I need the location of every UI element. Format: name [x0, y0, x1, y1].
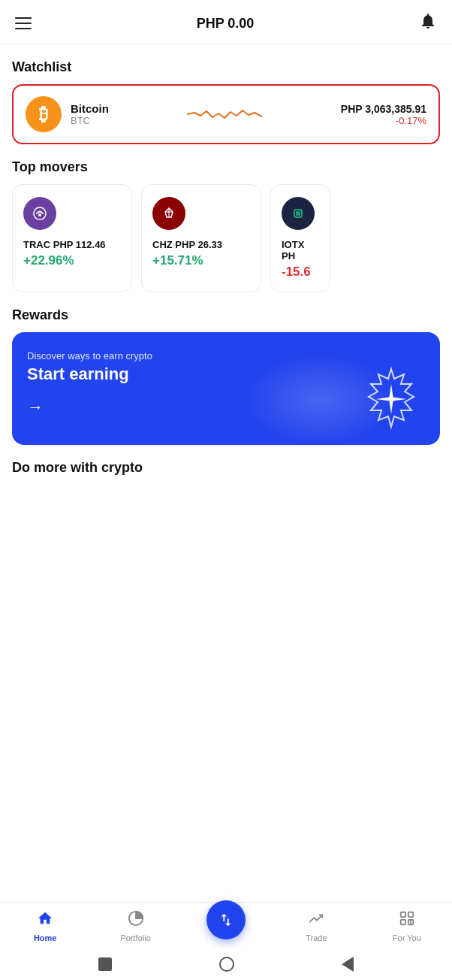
menu-button[interactable] — [15, 17, 32, 29]
foryou-icon — [399, 910, 415, 931]
trac-logo — [23, 197, 56, 230]
chz-logo — [152, 197, 185, 230]
nav-label-trade: Trade — [306, 933, 327, 942]
trac-change: +22.96% — [23, 253, 121, 268]
nav-item-home[interactable]: Home — [0, 910, 90, 942]
svg-rect-8 — [296, 211, 300, 216]
iotx-symbol: IOTX — [282, 239, 304, 250]
bitcoin-change: -0.17% — [341, 115, 426, 126]
bitcoin-chart — [118, 99, 332, 129]
chz-mover-card[interactable]: CHZ PHP 26.33 +15.71% — [141, 184, 261, 292]
trade-icon — [308, 910, 324, 931]
rewards-section-title: Rewards — [12, 307, 440, 323]
bitcoin-logo: ₿ — [26, 96, 62, 132]
bitcoin-price-info: PHP 3,063,385.91 -0.17% — [341, 103, 426, 126]
trac-ticker-price: TRAC PHP 112.46 — [23, 239, 121, 250]
bitcoin-symbol: BTC — [71, 115, 109, 126]
iotx-logo — [282, 197, 315, 230]
rewards-card[interactable]: Discover ways to earn crypto Start earni… — [12, 332, 440, 445]
chz-change: +15.71% — [152, 253, 250, 268]
rewards-subtitle: Discover ways to earn crypto — [27, 350, 425, 361]
bottom-navigation: Home Portfolio Trade — [0, 902, 452, 948]
android-home-button[interactable] — [98, 957, 112, 971]
bitcoin-icon: ₿ — [39, 104, 48, 125]
main-scroll-area: Watchlist ₿ Bitcoin BTC PHP 3,063,385.91… — [0, 44, 452, 927]
watchlist-section-title: Watchlist — [12, 59, 440, 75]
chz-symbol: CHZ — [152, 239, 173, 250]
nav-label-home: Home — [34, 933, 57, 942]
app-header: PHP 0.00 — [0, 0, 452, 44]
android-system-nav — [0, 948, 452, 980]
bitcoin-info: Bitcoin BTC — [71, 102, 109, 126]
nav-item-trade[interactable]: Trade — [271, 910, 361, 942]
iotx-mover-card[interactable]: IOTX PH -15.6 — [270, 184, 330, 292]
bitcoin-price: PHP 3,063,385.91 — [341, 103, 426, 115]
nav-item-foryou[interactable]: For You — [362, 910, 452, 942]
notification-bell-icon[interactable] — [419, 12, 437, 35]
bitcoin-name: Bitcoin — [71, 102, 109, 115]
do-more-section-title: Do more with crypto — [12, 460, 440, 476]
rewards-badge-icon — [357, 365, 425, 433]
trac-symbol: TRAC — [23, 239, 50, 250]
svg-rect-10 — [401, 912, 405, 917]
home-icon — [37, 910, 53, 931]
portfolio-icon — [128, 910, 144, 931]
trac-price: PHP 112.46 — [53, 239, 106, 250]
iotx-change: -15.6 — [282, 265, 319, 280]
svg-rect-12 — [401, 920, 405, 924]
nav-item-portfolio[interactable]: Portfolio — [90, 910, 180, 942]
top-movers-section-title: Top movers — [12, 159, 440, 175]
nav-label-foryou: For You — [393, 933, 421, 942]
svg-rect-11 — [408, 912, 413, 917]
swap-button[interactable] — [206, 900, 246, 939]
svg-point-1 — [38, 213, 41, 216]
chz-price: PHP 26.33 — [175, 239, 222, 250]
chz-ticker-price: CHZ PHP 26.33 — [152, 239, 250, 250]
top-movers-row: TRAC PHP 112.46 +22.96% CHZ PHP 26.33 +1… — [12, 184, 440, 292]
bitcoin-watchlist-card[interactable]: ₿ Bitcoin BTC PHP 3,063,385.91 -0.17% — [12, 84, 440, 144]
iotx-price: PH — [282, 250, 295, 262]
android-recent-button[interactable] — [219, 957, 234, 972]
android-back-button[interactable] — [342, 957, 354, 972]
nav-label-portfolio: Portfolio — [120, 933, 150, 942]
header-balance: PHP 0.00 — [197, 16, 255, 32]
trac-mover-card[interactable]: TRAC PHP 112.46 +22.96% — [12, 184, 132, 292]
iotx-ticker-price: IOTX PH — [282, 239, 319, 262]
nav-item-swap[interactable] — [181, 914, 271, 939]
